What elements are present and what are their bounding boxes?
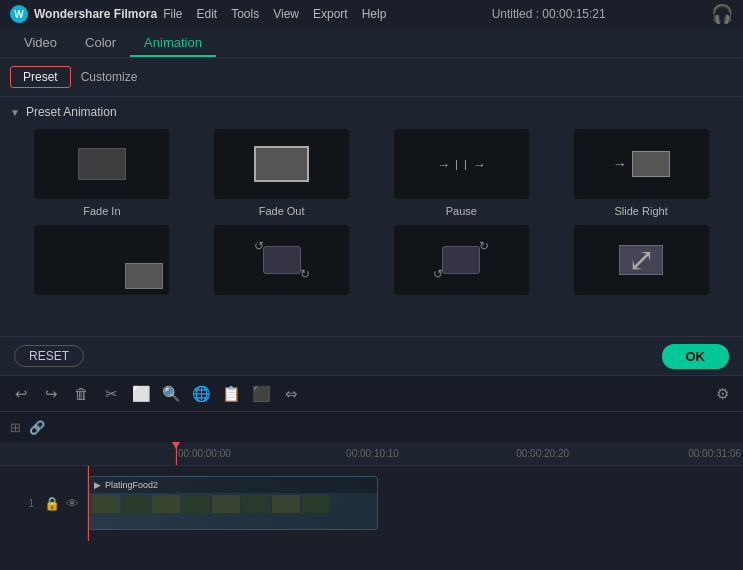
- preset-row2-1[interactable]: [16, 225, 188, 301]
- ok-button[interactable]: OK: [662, 344, 730, 369]
- thumb-row2-4: ⤢: [574, 225, 709, 295]
- headphone-icon: 🎧: [711, 3, 733, 25]
- action-bar: RESET OK: [0, 337, 743, 375]
- app-name: Wondershare Filmora: [34, 7, 157, 21]
- zoom-icon[interactable]: 🔍: [160, 383, 182, 405]
- frame-2: [122, 495, 150, 513]
- preset-pause[interactable]: → | | → Pause: [376, 129, 548, 217]
- color-icon[interactable]: 🌐: [190, 383, 212, 405]
- thumb-fade-out: [214, 129, 349, 199]
- tab-color[interactable]: Color: [71, 29, 130, 56]
- menu-bar: File Edit Tools View Export Help: [163, 7, 386, 21]
- frame-7: [272, 495, 300, 513]
- settings-icon[interactable]: ⚙: [711, 383, 733, 405]
- title-bar-left: W Wondershare Filmora File Edit Tools Vi…: [10, 5, 386, 23]
- thumb-row2-2: ↺ ↻: [214, 225, 349, 295]
- preset-row2-4[interactable]: ⤢: [555, 225, 727, 301]
- toolbar: ↩ ↪ 🗑 ✂ ⬜ 🔍 🌐 📋 ⬛ ⇔ ⚙: [0, 376, 743, 412]
- preset-button[interactable]: Preset: [10, 66, 71, 88]
- app-logo: W: [10, 5, 28, 23]
- presets-grid: Fade In Fade Out → | | → Pause: [10, 129, 733, 301]
- menu-help[interactable]: Help: [362, 7, 387, 21]
- menu-file[interactable]: File: [163, 7, 182, 21]
- preset-label-fade-in: Fade In: [83, 205, 120, 217]
- time-marker-1: 00:00:10:10: [346, 448, 399, 459]
- frame-1: [92, 495, 120, 513]
- menu-view[interactable]: View: [273, 7, 299, 21]
- magnet-icon[interactable]: 🔗: [29, 420, 45, 435]
- lock-icon[interactable]: 🔒: [44, 496, 60, 511]
- title-bar: W Wondershare Filmora File Edit Tools Vi…: [0, 0, 743, 28]
- menu-tools[interactable]: Tools: [231, 7, 259, 21]
- menu-edit[interactable]: Edit: [196, 7, 217, 21]
- customize-button[interactable]: Customize: [81, 70, 138, 84]
- redo-icon[interactable]: ↪: [40, 383, 62, 405]
- ruler-track: 00:00:00:00 00:00:10:10 00:00:20:20 00:0…: [176, 442, 743, 465]
- reset-button[interactable]: RESET: [14, 345, 84, 367]
- visibility-icon[interactable]: 👁: [66, 496, 79, 511]
- frame-6: [242, 495, 270, 513]
- section-header: ▼ Preset Animation: [10, 105, 733, 119]
- undo-icon[interactable]: ↩: [10, 383, 32, 405]
- thumb-pause: → | | →: [394, 129, 529, 199]
- tab-video[interactable]: Video: [10, 29, 71, 56]
- track-content: ▶ PlatingFood2: [88, 466, 743, 541]
- crop-icon[interactable]: ⬜: [130, 383, 152, 405]
- tab-animation[interactable]: Animation: [130, 29, 216, 56]
- frame-5: [212, 495, 240, 513]
- preset-row2-2[interactable]: ↺ ↻: [196, 225, 368, 301]
- preset-label-fade-out: Fade Out: [259, 205, 305, 217]
- section-title: Preset Animation: [26, 105, 117, 119]
- video-clip[interactable]: ▶ PlatingFood2: [88, 476, 378, 530]
- layout-icon[interactable]: ⬛: [250, 383, 272, 405]
- menu-export[interactable]: Export: [313, 7, 348, 21]
- sub-tab-bar: Preset Customize: [0, 58, 743, 96]
- add-track-icon[interactable]: ⊞: [10, 420, 21, 435]
- thumb-row2-3: ↻ ↺: [394, 225, 529, 295]
- cut-icon[interactable]: ✂: [100, 383, 122, 405]
- clip-play-icon: ▶: [94, 480, 101, 490]
- preset-slide-right[interactable]: → Slide Right: [555, 129, 727, 217]
- animation-panel: ▼ Preset Animation Fade In Fade Out → | …: [0, 97, 743, 337]
- thumb-row2-1: [34, 225, 169, 295]
- time-marker-0: 00:00:00:00: [178, 448, 231, 459]
- tab-bar: Video Color Animation: [0, 28, 743, 58]
- thumb-slide-right: →: [574, 129, 709, 199]
- preset-fade-out[interactable]: Fade Out: [196, 129, 368, 217]
- clip-frames: [89, 493, 377, 530]
- preset-label-pause: Pause: [446, 205, 477, 217]
- delete-icon[interactable]: 🗑: [70, 383, 92, 405]
- time-marker-3: 00:00:31:06: [688, 448, 741, 459]
- preset-row2-3[interactable]: ↻ ↺: [376, 225, 548, 301]
- clip-name: PlatingFood2: [105, 480, 158, 490]
- timeline-ruler: 00:00:00:00 00:00:10:10 00:00:20:20 00:0…: [0, 442, 743, 466]
- mosaic-icon[interactable]: 📋: [220, 383, 242, 405]
- clip-header: ▶ PlatingFood2: [89, 477, 377, 493]
- thumb-fade-in: [34, 129, 169, 199]
- frame-8: [302, 495, 330, 513]
- preset-fade-in[interactable]: Fade In: [16, 129, 188, 217]
- preset-label-slide-right: Slide Right: [615, 205, 668, 217]
- playhead-line: [88, 466, 89, 541]
- frame-4: [182, 495, 210, 513]
- timeline-tracks: 1 🔒 👁 ▶ PlatingFood2: [0, 466, 743, 541]
- audio-icon[interactable]: ⇔: [280, 383, 302, 405]
- time-marker-2: 00:00:20:20: [516, 448, 569, 459]
- timeline-area: ⊞ 🔗 00:00:00:00 00:00:10:10 00:00:20:20 …: [0, 412, 743, 542]
- window-title: Untitled : 00:00:15:21: [492, 7, 606, 21]
- track-controls: 1 🔒 👁: [0, 466, 88, 541]
- frame-3: [152, 495, 180, 513]
- collapse-arrow[interactable]: ▼: [10, 107, 20, 118]
- layer-number: 1: [28, 498, 34, 509]
